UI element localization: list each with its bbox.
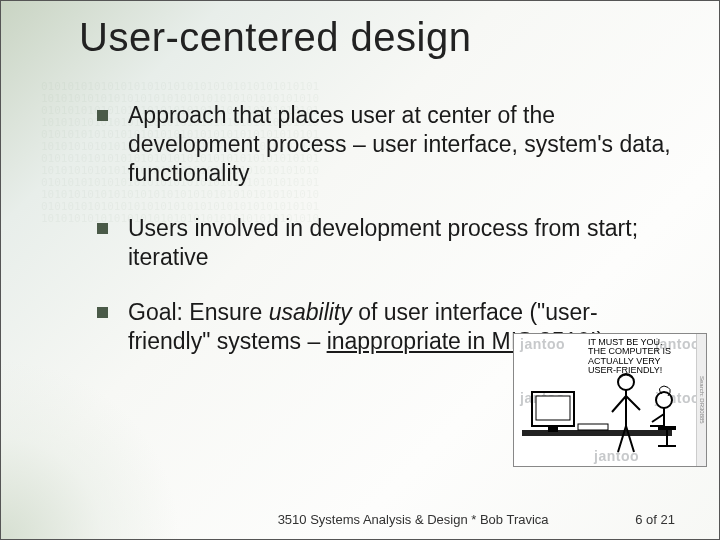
svg-point-5	[618, 374, 634, 390]
cartoon-image: jantoo jantoo jantoo jantoo jantoo IT MU…	[513, 333, 707, 467]
square-bullet-icon	[97, 223, 108, 234]
page-number: 6 of 21	[635, 512, 683, 527]
bullet-item: Users involved in development process fr…	[97, 214, 671, 272]
cartoon-drawing	[514, 334, 698, 468]
bullet-text: Users involved in development process fr…	[128, 214, 671, 272]
slide-title: User-centered design	[79, 15, 471, 60]
svg-rect-4	[578, 424, 608, 430]
bullet-item: Approach that places user at center of t…	[97, 101, 671, 188]
square-bullet-icon	[97, 110, 108, 121]
svg-rect-2	[536, 396, 570, 420]
square-bullet-icon	[97, 307, 108, 318]
bullet-text: Approach that places user at center of t…	[128, 101, 671, 188]
svg-rect-3	[548, 426, 558, 432]
svg-rect-0	[522, 430, 672, 436]
footer-center-text: 3510 Systems Analysis & Design * Bob Tra…	[191, 512, 635, 527]
slide-footer: 3510 Systems Analysis & Design * Bob Tra…	[1, 512, 719, 527]
svg-rect-7	[658, 426, 676, 430]
slide: 0101010101010101010101010101010101010101…	[0, 0, 720, 540]
